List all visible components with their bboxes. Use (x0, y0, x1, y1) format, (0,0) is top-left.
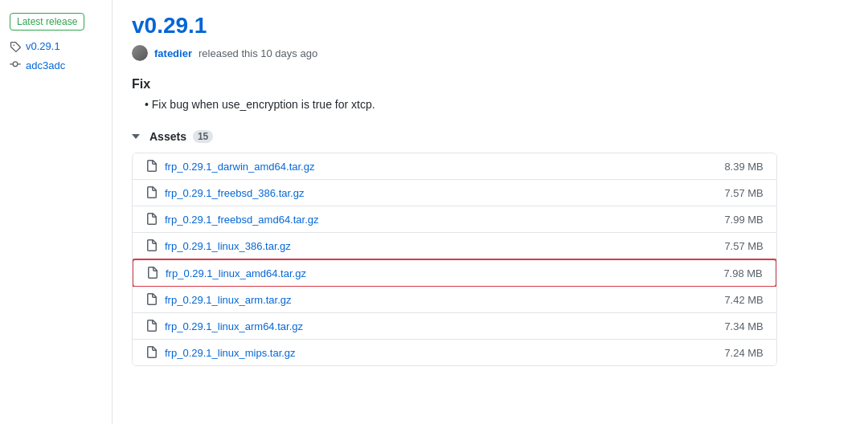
tag-icon (10, 41, 21, 52)
fix-heading: Fix (132, 77, 849, 92)
asset-filename[interactable]: frp_0.29.1_linux_mips.tar.gz (165, 347, 296, 359)
commit-icon (10, 59, 21, 72)
file-icon (145, 346, 158, 359)
asset-size: 7.57 MB (724, 187, 763, 199)
latest-release-badge: Latest release (10, 13, 84, 31)
assets-section: Assets 15 frp_0.29.1_darwin_amd64.tar.gz… (132, 130, 849, 366)
asset-filename[interactable]: frp_0.29.1_linux_arm64.tar.gz (165, 320, 303, 332)
asset-size: 7.24 MB (724, 347, 763, 359)
file-icon (145, 239, 158, 252)
file-icon (145, 293, 158, 306)
asset-left: frp_0.29.1_linux_mips.tar.gz (145, 346, 296, 359)
sidebar-commit-label: adc3adc (26, 59, 65, 71)
assets-header[interactable]: Assets 15 (132, 130, 849, 143)
file-icon (146, 267, 159, 279)
asset-left: frp_0.29.1_linux_386.tar.gz (145, 239, 291, 252)
asset-filename[interactable]: frp_0.29.1_linux_386.tar.gz (165, 240, 291, 252)
asset-row: frp_0.29.1_linux_386.tar.gz7.57 MB (133, 233, 776, 259)
file-icon (145, 213, 158, 226)
file-icon (145, 186, 158, 199)
release-meta-text: released this 10 days ago (199, 47, 317, 59)
asset-row: frp_0.29.1_linux_amd64.tar.gz7.98 MB (132, 259, 777, 287)
release-title[interactable]: v0.29.1 (132, 13, 849, 39)
asset-left: frp_0.29.1_linux_amd64.tar.gz (146, 267, 306, 279)
release-author[interactable]: fatedier (154, 47, 192, 59)
asset-row: frp_0.29.1_linux_arm.tar.gz7.42 MB (133, 287, 776, 313)
asset-filename[interactable]: frp_0.29.1_linux_amd64.tar.gz (166, 267, 306, 279)
asset-left: frp_0.29.1_darwin_amd64.tar.gz (145, 160, 314, 173)
asset-filename[interactable]: frp_0.29.1_linux_arm.tar.gz (165, 294, 292, 306)
asset-row: frp_0.29.1_linux_mips.tar.gz7.24 MB (133, 340, 776, 365)
sidebar-tag[interactable]: v0.29.1 (10, 40, 102, 52)
asset-filename[interactable]: frp_0.29.1_freebsd_386.tar.gz (165, 187, 304, 199)
asset-size: 7.34 MB (724, 320, 763, 332)
asset-row: frp_0.29.1_linux_arm64.tar.gz7.34 MB (133, 313, 776, 340)
release-meta: fatedier released this 10 days ago (132, 45, 849, 61)
asset-left: frp_0.29.1_linux_arm64.tar.gz (145, 320, 303, 332)
main-content: v0.29.1 fatedier released this 10 days a… (113, 0, 868, 424)
fix-item: Fix bug when use_encryption is true for … (145, 98, 849, 111)
asset-size: 7.98 MB (723, 267, 762, 279)
asset-row: frp_0.29.1_freebsd_386.tar.gz7.57 MB (133, 180, 776, 206)
asset-filename[interactable]: frp_0.29.1_darwin_amd64.tar.gz (165, 161, 314, 173)
asset-filename[interactable]: frp_0.29.1_freebsd_amd64.tar.gz (165, 214, 319, 226)
assets-triangle-icon (132, 134, 140, 139)
asset-left: frp_0.29.1_linux_arm.tar.gz (145, 293, 292, 306)
file-icon (145, 320, 158, 332)
sidebar: Latest release v0.29.1 adc3adc (0, 0, 113, 424)
asset-size: 7.99 MB (724, 214, 763, 226)
asset-row: frp_0.29.1_freebsd_amd64.tar.gz7.99 MB (133, 206, 776, 233)
release-notes: Fix Fix bug when use_encryption is true … (132, 77, 849, 111)
fix-list: Fix bug when use_encryption is true for … (132, 98, 849, 111)
asset-left: frp_0.29.1_freebsd_amd64.tar.gz (145, 213, 319, 226)
assets-label: Assets (149, 130, 186, 143)
asset-row: frp_0.29.1_darwin_amd64.tar.gz8.39 MB (133, 153, 776, 180)
file-icon (145, 160, 158, 173)
asset-left: frp_0.29.1_freebsd_386.tar.gz (145, 186, 304, 199)
sidebar-commit[interactable]: adc3adc (10, 59, 102, 72)
assets-table: frp_0.29.1_darwin_amd64.tar.gz8.39 MBfrp… (132, 153, 777, 366)
assets-count: 15 (193, 130, 213, 143)
asset-size: 8.39 MB (724, 161, 763, 173)
sidebar-tag-label: v0.29.1 (26, 40, 60, 52)
asset-size: 7.42 MB (724, 294, 763, 306)
asset-size: 7.57 MB (724, 240, 763, 252)
avatar (132, 45, 148, 61)
